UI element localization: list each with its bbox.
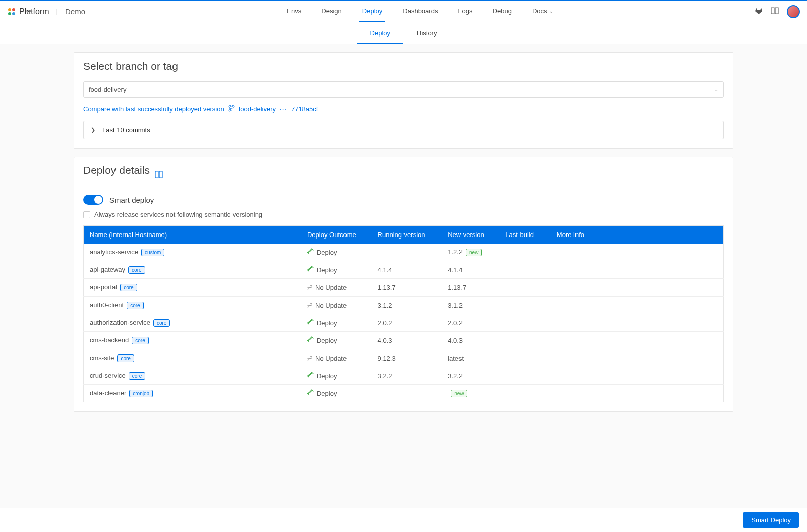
cell-more	[551, 244, 724, 261]
cell-build	[499, 385, 551, 402]
nav-item-envs[interactable]: Envs	[283, 1, 304, 22]
sleep-icon: zz	[307, 302, 312, 309]
chevron-down-icon: ⌄	[714, 87, 718, 92]
table-row: auth0-clientcorezzNo Update3.1.23.1.2	[84, 297, 724, 314]
cell-running: 4.1.4	[372, 261, 442, 279]
cell-build	[499, 332, 551, 349]
svg-point-3	[12, 12, 15, 15]
th-name: Name (Internal Hostname)	[84, 226, 301, 244]
select-branch-card: Select branch or tag food-delivery ⌄ Com…	[74, 52, 733, 149]
cell-build	[499, 367, 551, 385]
smart-deploy-toggle[interactable]	[83, 195, 103, 205]
cell-outcome: Deploy	[301, 314, 372, 332]
cell-outcome: Deploy	[301, 367, 372, 385]
cell-more	[551, 297, 724, 314]
nav-item-debug[interactable]: Debug	[490, 1, 515, 22]
compare-row: Compare with last successfully deployed …	[83, 105, 724, 113]
commits-panel[interactable]: ❯ Last 10 commits	[83, 121, 724, 139]
rocket-icon	[307, 319, 314, 327]
docs-book-icon[interactable]	[155, 171, 163, 180]
cell-build	[499, 314, 551, 332]
topbar: mia Platform | Demo EnvsDesignDeployDash…	[0, 0, 807, 22]
cell-name: data-cleanercronjob	[84, 385, 301, 402]
dots-icon: ···	[280, 105, 287, 113]
compare-link[interactable]: Compare with last successfully deployed …	[83, 105, 224, 113]
svg-point-5	[232, 105, 234, 107]
rocket-icon	[307, 248, 314, 256]
nav-item-docs[interactable]: Docs⌄	[529, 1, 556, 22]
branch-select[interactable]: food-delivery ⌄	[83, 81, 724, 98]
table-row: cms-backendcoreDeploy4.0.34.0.3	[84, 332, 724, 349]
deploy-details-title: Deploy details	[83, 164, 150, 176]
nav-item-dashboards[interactable]: Dashboards	[399, 1, 441, 22]
type-chip: core	[120, 284, 137, 291]
logo[interactable]: mia Platform	[7, 7, 49, 16]
cell-name: cms-sitecore	[84, 349, 301, 367]
nav-item-design[interactable]: Design	[318, 1, 344, 22]
cell-outcome: Deploy	[301, 332, 372, 349]
chevron-right-icon: ❯	[91, 127, 95, 133]
avatar[interactable]	[787, 5, 800, 18]
select-branch-title: Select branch or tag	[83, 60, 724, 72]
nav-center: EnvsDesignDeployDashboardsLogsDebugDocs⌄	[283, 1, 556, 22]
gitlab-icon[interactable]	[755, 7, 763, 16]
cell-running	[372, 244, 442, 261]
cell-build	[499, 261, 551, 279]
cell-build	[499, 297, 551, 314]
cell-newver: new	[442, 385, 499, 402]
sleep-icon: zz	[307, 354, 312, 362]
cell-running: 4.0.3	[372, 332, 442, 349]
commit-hash[interactable]: 7718a5cf	[291, 105, 318, 113]
svg-point-2	[8, 12, 11, 15]
always-release-checkbox[interactable]	[83, 211, 90, 218]
branch-name[interactable]: food-delivery	[239, 105, 276, 113]
cell-newver: 2.0.2	[442, 314, 499, 332]
cell-more	[551, 385, 724, 402]
tab-history[interactable]: History	[404, 23, 450, 44]
nav-item-logs[interactable]: Logs	[455, 1, 475, 22]
chevron-down-icon: ⌄	[549, 9, 553, 14]
cell-name: auth0-clientcore	[84, 297, 301, 314]
type-chip: core	[153, 319, 170, 327]
cell-newver: 4.0.3	[442, 332, 499, 349]
cell-build	[499, 244, 551, 261]
type-chip: core	[128, 266, 145, 274]
table-row: crud-servicecoreDeploy3.2.23.2.2	[84, 367, 724, 385]
type-chip: custom	[141, 249, 164, 256]
cell-more	[551, 279, 724, 297]
cell-name: authorization-servicecore	[84, 314, 301, 332]
table-row: api-gatewaycoreDeploy4.1.44.1.4	[84, 261, 724, 279]
cell-outcome: Deploy	[301, 261, 372, 279]
tab-deploy[interactable]: Deploy	[357, 23, 404, 44]
logo-name: Platform	[19, 7, 49, 16]
cell-running: 1.13.7	[372, 279, 442, 297]
type-chip: core	[129, 372, 145, 380]
branch-icon	[228, 105, 235, 113]
docs-book-icon[interactable]	[771, 7, 779, 16]
rocket-icon	[307, 389, 314, 397]
type-chip: core	[132, 337, 148, 344]
cell-more	[551, 261, 724, 279]
sleep-icon: zz	[307, 284, 312, 291]
table-row: analytics-servicecustomDeploy1.2.2new	[84, 244, 724, 261]
type-chip: core	[127, 302, 143, 309]
table-row: authorization-servicecoreDeploy2.0.22.0.…	[84, 314, 724, 332]
cell-running	[372, 385, 442, 402]
cell-running: 3.1.2	[372, 297, 442, 314]
nav-item-deploy[interactable]: Deploy	[359, 1, 385, 22]
topbar-right	[755, 5, 800, 18]
th-running: Running version	[372, 226, 442, 244]
cell-outcome: zzNo Update	[301, 279, 372, 297]
cell-outcome: zzNo Update	[301, 349, 372, 367]
table-row: cms-sitecorezzNo Update9.12.3latest	[84, 349, 724, 367]
cell-newver: 1.2.2new	[442, 244, 499, 261]
divider: |	[56, 8, 58, 15]
cell-outcome: zzNo Update	[301, 297, 372, 314]
rocket-icon	[307, 336, 314, 344]
cell-name: api-gatewaycore	[84, 261, 301, 279]
cell-more	[551, 332, 724, 349]
commits-label: Last 10 commits	[102, 126, 150, 134]
new-chip: new	[466, 249, 482, 256]
cell-name: crud-servicecore	[84, 367, 301, 385]
project-name[interactable]: Demo	[65, 7, 85, 16]
